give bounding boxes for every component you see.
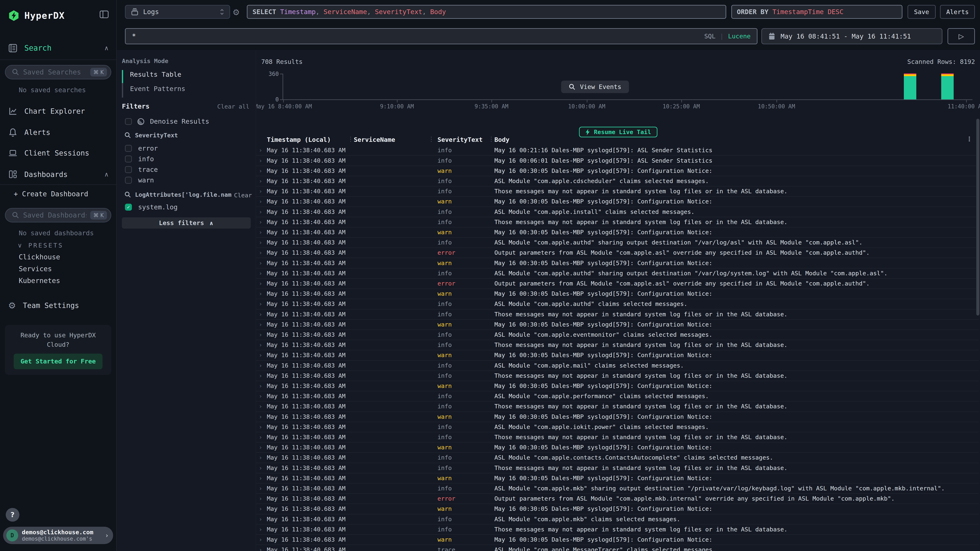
analysis-mode-results-table[interactable]: Results Table: [130, 71, 181, 78]
row-expand-chevron-icon[interactable]: ›: [259, 403, 262, 410]
sidebar-item-client-sessions[interactable]: Client Sessions: [0, 146, 116, 160]
sidebar-item-alerts[interactable]: Alerts: [0, 125, 116, 140]
get-started-button[interactable]: Get Started for Free: [14, 354, 102, 369]
filter-option-warn[interactable]: warn: [125, 175, 158, 186]
row-expand-chevron-icon[interactable]: ›: [259, 270, 262, 277]
row-expand-chevron-icon[interactable]: ›: [259, 516, 262, 522]
row-expand-chevron-icon[interactable]: ›: [259, 219, 262, 225]
saved-searches-input[interactable]: Saved Searches ⌘ K: [5, 65, 111, 79]
clear-attribute-filter-link[interactable]: Clear: [234, 192, 252, 199]
clear-all-filters-link[interactable]: Clear all: [217, 103, 250, 110]
row-expand-chevron-icon[interactable]: ›: [259, 413, 262, 420]
analysis-mode-event-patterns[interactable]: Event Patterns: [130, 85, 185, 93]
saved-dashboards-input[interactable]: Saved Dashboards ⌘ K: [5, 208, 111, 222]
row-expand-chevron-icon[interactable]: ›: [259, 464, 262, 472]
log-row[interactable]: › May 16 11:38:40.683 AM info ASL Module…: [256, 268, 979, 279]
log-row[interactable]: › May 16 11:38:40.683 AM error Output pa…: [256, 248, 979, 258]
row-expand-chevron-icon[interactable]: ›: [259, 393, 262, 400]
denoise-results-checkbox[interactable]: Denoise Results: [125, 116, 209, 127]
filter-option-trace[interactable]: trace: [125, 164, 158, 175]
log-row[interactable]: › May 16 11:38:40.683 AM warn May 16 00:…: [256, 443, 979, 453]
log-row[interactable]: › May 16 11:38:40.683 AM info May 16 00:…: [256, 146, 979, 156]
sidebar-item-dashboards[interactable]: Dashboards ∧: [0, 167, 116, 182]
row-expand-chevron-icon[interactable]: ›: [259, 433, 262, 441]
row-expand-chevron-icon[interactable]: ›: [259, 188, 262, 195]
scrollbar-thumb[interactable]: [976, 119, 979, 316]
presets-toggle[interactable]: ∨ PRESETS: [18, 242, 64, 249]
column-header-servicename[interactable]: ServiceName: [354, 136, 395, 143]
log-row[interactable]: › May 16 11:38:40.683 AM info ASL Module…: [256, 391, 979, 402]
lucene-toggle[interactable]: Lucene: [728, 33, 751, 40]
log-row[interactable]: › May 16 11:38:40.683 AM info ASL Module…: [256, 176, 979, 187]
row-expand-chevron-icon[interactable]: ›: [259, 321, 262, 328]
column-header-timestamp[interactable]: Timestamp (Local): [267, 136, 331, 143]
row-expand-chevron-icon[interactable]: ›: [259, 454, 262, 461]
row-expand-chevron-icon[interactable]: ›: [259, 311, 262, 318]
chevron-up-icon[interactable]: ∧: [104, 171, 109, 178]
log-row[interactable]: › May 16 11:38:40.683 AM info ASL Module…: [256, 299, 979, 310]
column-header-severitytext[interactable]: SeverityText: [438, 136, 483, 143]
filter-option-info[interactable]: info: [125, 154, 158, 164]
row-expand-chevron-icon[interactable]: ›: [259, 300, 262, 307]
row-expand-chevron-icon[interactable]: ›: [259, 147, 262, 154]
log-row[interactable]: › May 16 11:38:40.683 AM info Those mess…: [256, 218, 979, 227]
column-resize-handle[interactable]: ⋮: [488, 135, 495, 143]
log-row[interactable]: › May 16 11:38:40.683 AM info ASL Module…: [256, 330, 979, 340]
source-settings-gear-icon[interactable]: ⚙: [232, 8, 240, 17]
row-expand-chevron-icon[interactable]: ›: [259, 178, 262, 184]
log-row[interactable]: › May 16 11:38:40.683 AM warn May 16 00:…: [256, 473, 979, 484]
log-row[interactable]: › May 16 11:38:40.683 AM warn May 16 00:…: [256, 504, 979, 514]
row-expand-chevron-icon[interactable]: ›: [259, 444, 262, 451]
row-expand-chevron-icon[interactable]: ›: [259, 229, 262, 236]
sidebar-item-team-settings[interactable]: ⚙ Team Settings: [0, 298, 116, 313]
chevron-up-icon[interactable]: ∧: [104, 44, 109, 52]
sidebar-collapse-icon[interactable]: [99, 10, 109, 19]
row-expand-chevron-icon[interactable]: ›: [259, 157, 262, 164]
column-resize-handle[interactable]: ⋮: [428, 135, 434, 143]
histogram-bar[interactable]: [941, 73, 954, 99]
log-row[interactable]: › May 16 11:38:40.683 AM warn May 16 00:…: [256, 197, 979, 207]
log-row[interactable]: › May 16 11:38:40.683 AM warn May 16 00:…: [256, 320, 979, 330]
filter-option-system.log[interactable]: ✓system.log: [125, 202, 178, 213]
row-expand-chevron-icon[interactable]: ›: [259, 383, 262, 389]
log-row[interactable]: › May 16 11:38:40.683 AM info Those mess…: [256, 402, 979, 412]
row-expand-chevron-icon[interactable]: ›: [259, 546, 262, 551]
search-query-input[interactable]: * SQL | Lucene: [125, 28, 757, 44]
row-expand-chevron-icon[interactable]: ›: [259, 372, 262, 379]
log-row[interactable]: › May 16 11:38:40.683 AM info ASL Module…: [256, 422, 979, 432]
preset-clickhouse[interactable]: Clickhouse: [19, 253, 60, 261]
order-by-input[interactable]: ORDER BY TimestampTime DESC: [731, 5, 903, 19]
histogram-bar[interactable]: [904, 73, 916, 99]
source-select[interactable]: Logs: [125, 5, 230, 19]
log-row[interactable]: › May 16 11:38:40.683 AM info ASL Module…: [256, 514, 979, 525]
live-tail-play-button[interactable]: ▷: [948, 28, 975, 44]
resume-live-tail-button[interactable]: Resume Live Tail: [579, 127, 657, 137]
row-expand-chevron-icon[interactable]: ›: [259, 239, 262, 246]
row-expand-chevron-icon[interactable]: ›: [259, 198, 262, 205]
column-header-body[interactable]: Body: [494, 136, 509, 143]
row-expand-chevron-icon[interactable]: ›: [259, 505, 262, 512]
log-row[interactable]: › May 16 11:38:40.683 AM info May 16 00:…: [256, 156, 979, 166]
log-row[interactable]: › May 16 11:38:40.683 AM info Those mess…: [256, 463, 979, 473]
log-row[interactable]: › May 16 11:38:40.683 AM warn May 16 00:…: [256, 227, 979, 238]
log-row[interactable]: › May 16 11:38:40.683 AM warn May 16 00:…: [256, 166, 979, 176]
preset-kubernetes[interactable]: Kubernetes: [19, 277, 60, 285]
log-row[interactable]: › May 16 11:38:40.683 AM warn May 16 00:…: [256, 350, 979, 360]
row-expand-chevron-icon[interactable]: ›: [259, 424, 262, 430]
log-row[interactable]: › May 16 11:38:40.683 AM warn May 16 00:…: [256, 289, 979, 299]
row-expand-chevron-icon[interactable]: ›: [259, 290, 262, 297]
log-row[interactable]: › May 16 11:38:40.683 AM info Those mess…: [256, 432, 979, 443]
filter-option-error[interactable]: error: [125, 143, 158, 154]
log-row[interactable]: › May 16 11:38:40.683 AM error Output pa…: [256, 279, 979, 289]
preset-services[interactable]: Services: [19, 265, 52, 273]
log-row[interactable]: › May 16 11:38:40.683 AM warn May 16 00:…: [256, 258, 979, 268]
row-expand-chevron-icon[interactable]: ›: [259, 352, 262, 359]
row-expand-chevron-icon[interactable]: ›: [259, 260, 262, 267]
column-resize-handle[interactable]: ⋮: [347, 135, 354, 143]
save-button[interactable]: Save: [907, 5, 936, 19]
row-expand-chevron-icon[interactable]: ›: [259, 495, 262, 502]
help-button[interactable]: ?: [6, 508, 19, 522]
log-row[interactable]: › May 16 11:38:40.683 AM info Those mess…: [256, 340, 979, 350]
row-expand-chevron-icon[interactable]: ›: [259, 280, 262, 287]
row-expand-chevron-icon[interactable]: ›: [259, 341, 262, 348]
